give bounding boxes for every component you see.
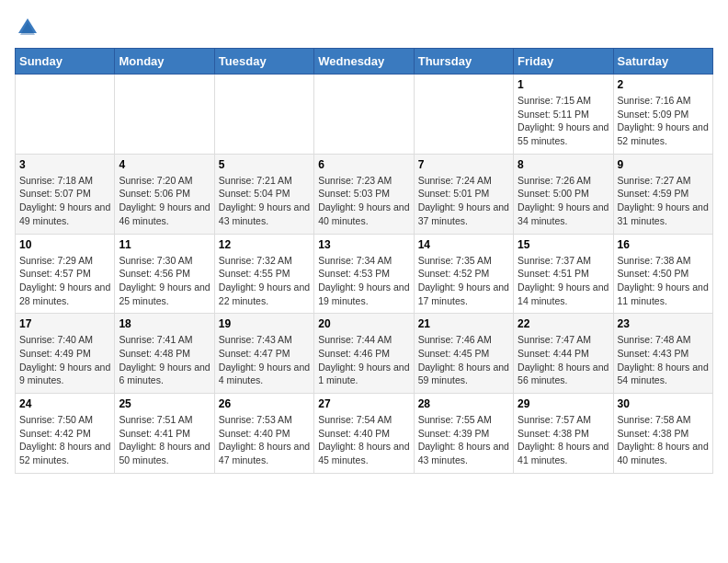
day-number: 16 [618, 238, 709, 251]
day-number: 28 [418, 397, 509, 410]
day-number: 30 [618, 397, 709, 410]
day-of-week-header: Thursday [414, 49, 513, 75]
day-of-week-header: Sunday [16, 49, 115, 75]
day-of-week-header: Wednesday [314, 49, 414, 75]
day-number: 5 [219, 158, 310, 171]
calendar: SundayMondayTuesdayWednesdayThursdayFrid… [15, 48, 713, 474]
day-number: 1 [518, 78, 609, 91]
day-info: Sunrise: 7:47 AMSunset: 4:44 PMDaylight:… [518, 333, 609, 387]
day-number: 9 [618, 158, 709, 171]
day-info: Sunrise: 7:23 AMSunset: 5:03 PMDaylight:… [318, 174, 409, 228]
day-number: 15 [518, 238, 609, 251]
day-of-week-header: Tuesday [214, 49, 313, 75]
calendar-cell: 26Sunrise: 7:53 AMSunset: 4:40 PMDayligh… [214, 394, 313, 474]
day-number: 17 [19, 317, 110, 330]
calendar-header-row: SundayMondayTuesdayWednesdayThursdayFrid… [16, 49, 713, 75]
calendar-cell: 25Sunrise: 7:51 AMSunset: 4:41 PMDayligh… [115, 394, 214, 474]
day-number: 18 [119, 317, 210, 330]
day-number: 2 [618, 78, 709, 91]
day-number: 23 [618, 317, 709, 330]
day-info: Sunrise: 7:53 AMSunset: 4:40 PMDaylight:… [219, 413, 310, 467]
calendar-cell: 4Sunrise: 7:20 AMSunset: 5:06 PMDaylight… [115, 154, 214, 234]
day-number: 11 [119, 238, 210, 251]
calendar-cell [314, 75, 414, 155]
day-number: 29 [518, 397, 609, 410]
day-info: Sunrise: 7:30 AMSunset: 4:56 PMDaylight:… [119, 254, 210, 308]
day-info: Sunrise: 7:15 AMSunset: 5:11 PMDaylight:… [518, 94, 609, 148]
calendar-cell: 6Sunrise: 7:23 AMSunset: 5:03 PMDaylight… [314, 154, 414, 234]
calendar-cell [414, 75, 513, 155]
day-number: 4 [119, 158, 210, 171]
day-number: 8 [518, 158, 609, 171]
calendar-cell: 9Sunrise: 7:27 AMSunset: 4:59 PMDaylight… [613, 154, 712, 234]
calendar-cell: 16Sunrise: 7:38 AMSunset: 4:50 PMDayligh… [613, 234, 712, 314]
day-info: Sunrise: 7:54 AMSunset: 4:40 PMDaylight:… [318, 413, 409, 467]
day-number: 19 [219, 317, 310, 330]
calendar-cell: 21Sunrise: 7:46 AMSunset: 4:45 PMDayligh… [414, 314, 513, 394]
calendar-week-row: 10Sunrise: 7:29 AMSunset: 4:57 PMDayligh… [16, 234, 713, 314]
day-number: 6 [318, 158, 409, 171]
day-of-week-header: Monday [115, 49, 214, 75]
calendar-cell [16, 75, 115, 155]
day-number: 24 [19, 397, 110, 410]
calendar-cell: 17Sunrise: 7:40 AMSunset: 4:49 PMDayligh… [16, 314, 115, 394]
day-info: Sunrise: 7:29 AMSunset: 4:57 PMDaylight:… [19, 254, 110, 308]
calendar-cell: 19Sunrise: 7:43 AMSunset: 4:47 PMDayligh… [214, 314, 313, 394]
calendar-cell: 24Sunrise: 7:50 AMSunset: 4:42 PMDayligh… [16, 394, 115, 474]
calendar-cell: 5Sunrise: 7:21 AMSunset: 5:04 PMDaylight… [214, 154, 313, 234]
calendar-cell: 11Sunrise: 7:30 AMSunset: 4:56 PMDayligh… [115, 234, 214, 314]
day-info: Sunrise: 7:16 AMSunset: 5:09 PMDaylight:… [618, 94, 709, 148]
calendar-cell: 13Sunrise: 7:34 AMSunset: 4:53 PMDayligh… [314, 234, 414, 314]
logo [15, 15, 44, 40]
day-info: Sunrise: 7:43 AMSunset: 4:47 PMDaylight:… [219, 333, 310, 387]
calendar-cell: 27Sunrise: 7:54 AMSunset: 4:40 PMDayligh… [314, 394, 414, 474]
day-info: Sunrise: 7:51 AMSunset: 4:41 PMDaylight:… [119, 413, 210, 467]
day-number: 22 [518, 317, 609, 330]
day-number: 12 [219, 238, 310, 251]
calendar-cell: 29Sunrise: 7:57 AMSunset: 4:38 PMDayligh… [514, 394, 613, 474]
day-info: Sunrise: 7:21 AMSunset: 5:04 PMDaylight:… [219, 174, 310, 228]
calendar-cell: 2Sunrise: 7:16 AMSunset: 5:09 PMDaylight… [613, 75, 712, 155]
day-info: Sunrise: 7:50 AMSunset: 4:42 PMDaylight:… [19, 413, 110, 467]
calendar-cell [115, 75, 214, 155]
calendar-cell: 28Sunrise: 7:55 AMSunset: 4:39 PMDayligh… [414, 394, 513, 474]
calendar-cell: 8Sunrise: 7:26 AMSunset: 5:00 PMDaylight… [514, 154, 613, 234]
day-info: Sunrise: 7:18 AMSunset: 5:07 PMDaylight:… [19, 174, 110, 228]
calendar-cell: 15Sunrise: 7:37 AMSunset: 4:51 PMDayligh… [514, 234, 613, 314]
day-info: Sunrise: 7:58 AMSunset: 4:38 PMDaylight:… [618, 413, 709, 467]
day-number: 3 [19, 158, 110, 171]
day-of-week-header: Friday [514, 49, 613, 75]
calendar-cell: 30Sunrise: 7:58 AMSunset: 4:38 PMDayligh… [613, 394, 712, 474]
day-number: 10 [19, 238, 110, 251]
day-number: 13 [318, 238, 409, 251]
calendar-cell: 12Sunrise: 7:32 AMSunset: 4:55 PMDayligh… [214, 234, 313, 314]
day-info: Sunrise: 7:46 AMSunset: 4:45 PMDaylight:… [418, 333, 509, 387]
day-number: 25 [119, 397, 210, 410]
day-info: Sunrise: 7:37 AMSunset: 4:51 PMDaylight:… [518, 254, 609, 308]
calendar-cell: 20Sunrise: 7:44 AMSunset: 4:46 PMDayligh… [314, 314, 414, 394]
page-header [15, 15, 713, 40]
day-info: Sunrise: 7:20 AMSunset: 5:06 PMDaylight:… [119, 174, 210, 228]
day-number: 21 [418, 317, 509, 330]
calendar-week-row: 17Sunrise: 7:40 AMSunset: 4:49 PMDayligh… [16, 314, 713, 394]
day-info: Sunrise: 7:41 AMSunset: 4:48 PMDaylight:… [119, 333, 210, 387]
day-info: Sunrise: 7:27 AMSunset: 4:59 PMDaylight:… [618, 174, 709, 228]
calendar-cell: 14Sunrise: 7:35 AMSunset: 4:52 PMDayligh… [414, 234, 513, 314]
calendar-cell: 3Sunrise: 7:18 AMSunset: 5:07 PMDaylight… [16, 154, 115, 234]
day-info: Sunrise: 7:26 AMSunset: 5:00 PMDaylight:… [518, 174, 609, 228]
calendar-week-row: 3Sunrise: 7:18 AMSunset: 5:07 PMDaylight… [16, 154, 713, 234]
calendar-week-row: 24Sunrise: 7:50 AMSunset: 4:42 PMDayligh… [16, 394, 713, 474]
day-info: Sunrise: 7:32 AMSunset: 4:55 PMDaylight:… [219, 254, 310, 308]
day-number: 20 [318, 317, 409, 330]
day-info: Sunrise: 7:44 AMSunset: 4:46 PMDaylight:… [318, 333, 409, 387]
logo-icon [15, 15, 40, 40]
calendar-cell: 1Sunrise: 7:15 AMSunset: 5:11 PMDaylight… [514, 75, 613, 155]
calendar-cell [214, 75, 313, 155]
day-info: Sunrise: 7:40 AMSunset: 4:49 PMDaylight:… [19, 333, 110, 387]
calendar-cell: 10Sunrise: 7:29 AMSunset: 4:57 PMDayligh… [16, 234, 115, 314]
day-info: Sunrise: 7:57 AMSunset: 4:38 PMDaylight:… [518, 413, 609, 467]
day-of-week-header: Saturday [613, 49, 712, 75]
day-info: Sunrise: 7:55 AMSunset: 4:39 PMDaylight:… [418, 413, 509, 467]
day-number: 14 [418, 238, 509, 251]
calendar-cell: 18Sunrise: 7:41 AMSunset: 4:48 PMDayligh… [115, 314, 214, 394]
